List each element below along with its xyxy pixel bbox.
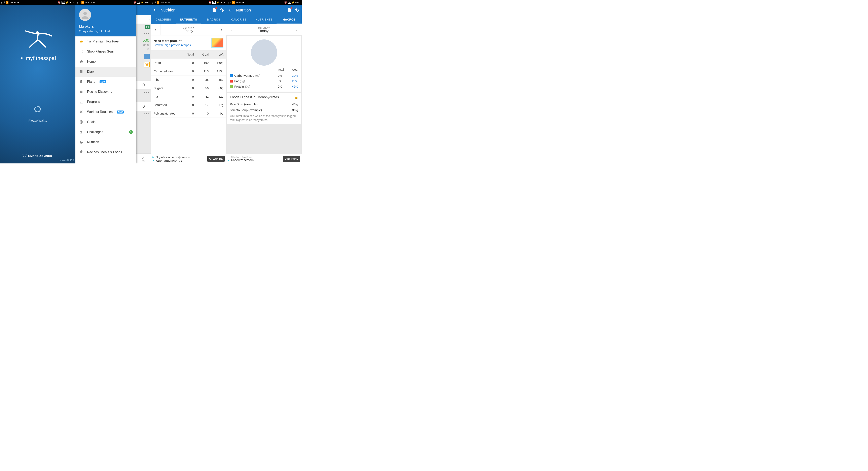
macro-row[interactable]: Fat (0g)0%25% — [230, 78, 298, 84]
nav-drawer: Murokura 2 days streak, 0 kg lost Try Pr… — [75, 5, 136, 164]
install-chip[interactable]: tall — [145, 25, 150, 29]
dropdown-icon: ▾ — [193, 26, 194, 29]
nutrient-goal: 113 — [194, 69, 209, 73]
ad-banner[interactable]: ▷ ✕ Подобрете телефона си като натиснете… — [151, 154, 226, 164]
drawer-item-premium[interactable]: Try Premium For Free — [75, 36, 136, 47]
avatar[interactable] — [79, 9, 91, 21]
drawer-item-nutrition[interactable]: Nutrition — [75, 137, 136, 147]
signal-bars-icon: 📶 — [232, 1, 235, 4]
tab-label: MACROS — [207, 18, 220, 21]
food-row[interactable]: Tomato Soup (example)30 g — [230, 107, 298, 113]
date-next-button[interactable]: › — [217, 24, 226, 35]
workout-icon — [79, 110, 84, 114]
nutrient-row[interactable]: Fat04242g — [151, 92, 226, 101]
date-picker[interactable]: Day View▾ Today — [236, 26, 292, 33]
screen-splash: ▯ ⁴ᴳ 📶 10.6 K/s 👁 ⏰ 40 ⚡ 16:45 myfitness… — [0, 0, 75, 164]
eye-icon: 👁 — [93, 1, 95, 4]
more-icon[interactable]: ••• — [136, 89, 151, 96]
macro-row[interactable]: Protein (0g)0%45% — [230, 84, 298, 89]
settings-button[interactable] — [219, 8, 224, 12]
drawer-item-home[interactable]: Home — [75, 57, 136, 67]
tab-calories[interactable]: CALORIES — [151, 15, 176, 24]
drawer-item-progress[interactable]: Progress — [75, 97, 136, 107]
nutrient-row[interactable]: Fiber03838g — [151, 76, 226, 84]
color-swatch — [230, 85, 233, 88]
nutrient-row[interactable]: Saturated01717g — [151, 101, 226, 109]
plans-icon — [79, 80, 84, 84]
food-row[interactable]: Rice Bowl (example)43 g — [230, 101, 298, 107]
net-speed: 32.3 — [85, 1, 89, 4]
ad-info-icon[interactable]: ▷ — [228, 156, 229, 158]
ad-info-icon[interactable]: ▷ — [152, 156, 154, 158]
foods-card: Foods Highest in Carbohydrates 🔒 Rice Bo… — [227, 93, 301, 124]
svg-point-0 — [36, 31, 39, 34]
tab-nutrients[interactable]: NUTRIENTS — [251, 15, 277, 24]
nutrient-row[interactable]: Sugars05656g — [151, 84, 226, 92]
nutrient-name: Sugars — [154, 86, 179, 90]
macro-total: 0% — [266, 79, 282, 83]
drawer-item-label: Diary — [87, 70, 95, 73]
tab-nutrients[interactable]: NUTRIENTS — [176, 15, 201, 24]
back-chevron[interactable]: › — [136, 15, 151, 24]
macro-amount: (0g) — [240, 80, 245, 83]
ad-close-icon[interactable]: ✕ — [152, 159, 154, 161]
loading-spinner-icon — [34, 106, 41, 113]
drawer-header[interactable]: Murokura 2 days streak, 0 kg lost — [75, 5, 136, 36]
recipe-icon — [79, 90, 84, 94]
promo-card[interactable]: Need more protein? Browse high protein r… — [151, 35, 226, 50]
nutrients-table: Total Goal Left Protein0169169gCarbohydr… — [151, 50, 226, 118]
date-picker[interactable]: Day View▾ Today — [160, 26, 217, 33]
close-icon[interactable]: ✕ — [136, 46, 151, 53]
date-prev-button[interactable]: ‹ — [226, 24, 236, 35]
drawer-backdrop[interactable]: ⋮ › tall ••• 500 aining ✕ 👑 0 ••• 0 ••• … — [136, 5, 151, 164]
tab-me[interactable]: Me — [136, 153, 151, 164]
nutrient-row[interactable]: Protein0169169g — [151, 59, 226, 67]
drawer-item-diary[interactable]: Diary — [75, 67, 136, 77]
charging-icon: ⚡ — [66, 1, 68, 4]
ad-banner[interactable]: ▷ ✕ Silentium - Anti Spam Бавен телефон?… — [226, 154, 302, 164]
more-icon[interactable]: ••• — [136, 31, 151, 37]
tab-macros[interactable]: MACROS — [201, 15, 226, 24]
alarm-icon: ⏰ — [58, 1, 61, 4]
macro-row[interactable]: Carbohydrates (0g)0%30% — [230, 73, 298, 78]
drawer-item-workout[interactable]: Workout RoutinesNEW — [75, 107, 136, 117]
date-prev-button[interactable]: ‹ — [151, 24, 160, 35]
signal-bars-icon: 📶 — [6, 1, 9, 4]
progress-icon — [79, 100, 84, 104]
drawer-item-label: Shop Fitness Gear — [87, 50, 114, 53]
back-button[interactable] — [153, 8, 158, 12]
notification-dot-icon — [215, 7, 217, 9]
ad-close-icon[interactable]: ✕ — [228, 159, 229, 161]
tab-macros[interactable]: MACROS — [277, 15, 302, 24]
signal-icon: ⁴ᴳ — [3, 1, 5, 4]
drawer-item-challenges[interactable]: Challenges1 — [75, 127, 136, 137]
more-icon[interactable]: ••• — [136, 111, 151, 117]
export-button[interactable] — [287, 8, 292, 12]
promo-link[interactable]: Browse high protein recipes — [154, 43, 209, 47]
drawer-item-label: Workout Routines — [87, 110, 113, 114]
drawer-item-recipe[interactable]: Recipe Discovery — [75, 87, 136, 97]
nutrient-goal: 42 — [194, 95, 209, 98]
nutrient-row[interactable]: Carbohydrates0113113g — [151, 67, 226, 76]
page-title: Nutrition — [236, 8, 284, 12]
overflow-icon[interactable]: ⋮ — [146, 8, 150, 12]
drawer-item-chef[interactable]: Recipes, Meals & Foods — [75, 147, 136, 157]
settings-button[interactable] — [295, 8, 300, 12]
tab-calories[interactable]: CALORIES — [226, 15, 251, 24]
drawer-item-ua[interactable]: Shop Fitness Gear — [75, 47, 136, 57]
meal-zero: 0 — [136, 81, 151, 89]
nutrient-row[interactable]: Polyunsaturated000g — [151, 109, 226, 118]
drawer-item-goals[interactable]: Goals — [75, 117, 136, 127]
diary-icon — [79, 69, 84, 74]
export-button[interactable] — [212, 8, 217, 12]
ad-open-button[interactable]: ОТВАРЯНЕ — [283, 156, 300, 162]
svg-rect-5 — [80, 80, 82, 83]
drawer-item-plans[interactable]: PlansNEW — [75, 77, 136, 87]
svg-point-10 — [80, 113, 81, 113]
alarm-icon: ⏰ — [133, 1, 136, 4]
date-sub-label: Day View — [183, 27, 192, 29]
nutrient-left: 113g — [209, 69, 223, 73]
ad-open-button[interactable]: ОТВАРЯНЕ — [207, 156, 225, 162]
date-next-button[interactable]: › — [292, 24, 302, 35]
back-button[interactable] — [228, 8, 233, 12]
